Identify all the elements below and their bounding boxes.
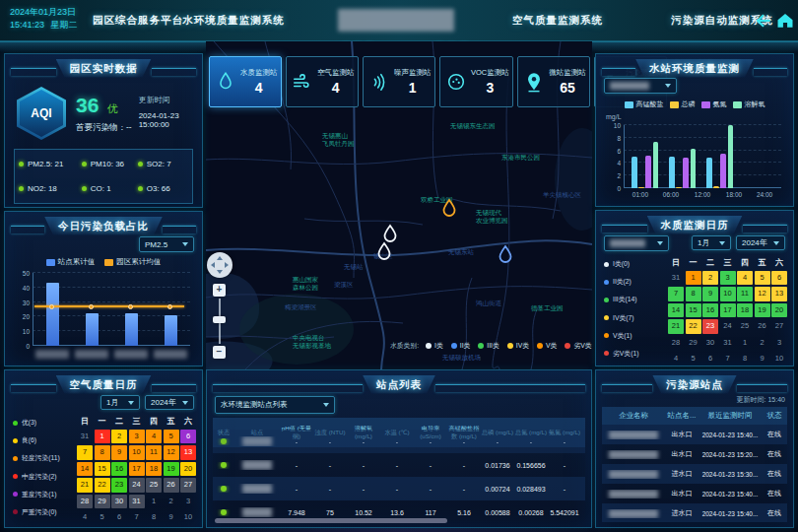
calendar-day[interactable]: 28 (77, 495, 93, 509)
calendar-day[interactable]: 2 (164, 495, 179, 509)
calendar-day[interactable]: 31 (668, 271, 684, 286)
calendar-day[interactable]: 29 (686, 336, 701, 351)
source-row[interactable]: 出水口2024-01-23 15:20...在线 (602, 444, 787, 464)
calendar-day[interactable]: 10 (771, 352, 787, 366)
source-row[interactable]: 进水口2024-01-23 15:30...在线 (602, 464, 787, 484)
calendar-day[interactable]: 4 (668, 352, 684, 366)
calendar-day[interactable]: 2 (755, 336, 770, 351)
calendar-day[interactable]: 2 (111, 430, 127, 444)
calendar-day[interactable]: 17 (720, 303, 736, 318)
legend-item[interactable]: 氨氮 (701, 100, 727, 109)
calendar-day[interactable]: 16 (702, 303, 718, 318)
calendar-day[interactable]: 25 (146, 478, 162, 493)
table-row[interactable]: ------0.017360.156656-- (213, 453, 585, 477)
source-row[interactable]: 进水口2024-01-23 15:40...在线 (602, 503, 787, 522)
calendar-day[interactable]: 1 (95, 430, 110, 444)
station-list-select[interactable]: 水环境监测站点列表 (215, 396, 335, 414)
calendar-day[interactable]: 12 (164, 445, 179, 460)
calendar-day[interactable]: 23 (702, 319, 718, 334)
water-station-select[interactable] (604, 78, 677, 94)
legend-item[interactable]: 总磷 (670, 100, 696, 109)
calendar-day[interactable]: 3 (720, 271, 736, 286)
calendar-day[interactable]: 9 (164, 510, 179, 525)
calendar-day[interactable]: 31 (77, 430, 93, 444)
calendar-day[interactable]: 3 (129, 430, 145, 444)
calendar-day[interactable]: 1 (146, 495, 162, 509)
legend-item[interactable]: 站点累计值 (46, 257, 96, 267)
calendar-day[interactable]: 18 (146, 462, 162, 477)
year-select[interactable]: 2024年 (145, 395, 194, 410)
calendar-day[interactable]: 26 (755, 319, 770, 334)
calendar-day[interactable]: 8 (737, 352, 753, 366)
calendar-day[interactable]: 10 (720, 287, 736, 301)
nav-air-system[interactable]: 空气质量监测系统 (499, 14, 617, 28)
map-legend-item[interactable]: 劣V类 (565, 341, 591, 351)
calendar-day[interactable]: 18 (737, 303, 753, 318)
source-row[interactable]: 出水口2024-01-23 15:40...在线 (602, 425, 787, 444)
calendar-day[interactable]: 1 (686, 271, 701, 286)
station-filter-button[interactable]: 微站监测站65 (517, 56, 590, 107)
source-row[interactable]: 出水口2024-01-23 15:40...在线 (602, 484, 787, 503)
month-select[interactable]: 1月 (692, 235, 731, 250)
calendar-day[interactable]: 30 (111, 495, 127, 509)
pollutant-select[interactable]: PM2.5 (139, 236, 194, 252)
calendar-day[interactable]: 22 (686, 319, 701, 334)
map-zoom-out-button[interactable]: − (213, 346, 226, 359)
calendar-day[interactable]: 5 (164, 430, 179, 444)
back-arrow-icon[interactable] (754, 11, 773, 31)
calendar-day[interactable]: 28 (668, 336, 684, 351)
table-row[interactable]: 7.9487510.5213.61175.160.005880.002685.5… (213, 500, 585, 520)
calendar-day[interactable]: 24 (129, 478, 145, 493)
map-zoom-in-button[interactable]: + (213, 284, 226, 297)
calendar-day[interactable]: 8 (146, 510, 162, 525)
calendar-day[interactable]: 24 (720, 319, 736, 334)
calendar-day[interactable]: 2 (702, 271, 718, 286)
calendar-day[interactable]: 7 (77, 445, 93, 460)
station-filter-button[interactable]: 水质监测站4 (209, 56, 282, 107)
map-zoom-slider[interactable] (213, 316, 226, 323)
calendar-day[interactable]: 10 (129, 445, 145, 460)
horizontal-scrollbar[interactable] (215, 518, 447, 523)
calendar-day[interactable]: 27 (180, 478, 196, 493)
calendar-day[interactable]: 7 (129, 510, 145, 525)
calendar-day[interactable]: 4 (77, 510, 93, 525)
table-row[interactable]: ------0.007240.028493-- (213, 477, 585, 500)
calendar-day[interactable]: 15 (686, 303, 701, 318)
station-filter-button[interactable]: 噪声监测站1 (363, 56, 435, 107)
calendar-day[interactable]: 17 (129, 462, 145, 477)
calendar-day[interactable]: 13 (771, 287, 787, 301)
calendar-day[interactable]: 6 (111, 510, 127, 525)
calendar-day[interactable]: 30 (702, 336, 718, 351)
calendar-day[interactable]: 31 (129, 495, 145, 509)
calendar-day[interactable]: 15 (95, 462, 110, 477)
calendar-day[interactable]: 5 (95, 510, 110, 525)
calendar-station-select[interactable] (604, 235, 669, 251)
calendar-day[interactable]: 12 (755, 287, 770, 301)
table-row[interactable]: ---------- (213, 430, 585, 453)
calendar-day[interactable]: 23 (111, 478, 127, 493)
calendar-day[interactable]: 13 (180, 445, 196, 460)
legend-item[interactable]: 溶解氧 (733, 100, 765, 109)
calendar-day[interactable]: 11 (146, 445, 162, 460)
station-filter-button[interactable]: 空气监测站4 (286, 56, 359, 107)
calendar-day[interactable]: 7 (668, 287, 684, 301)
calendar-day[interactable]: 16 (111, 462, 127, 477)
calendar-day[interactable]: 29 (95, 495, 110, 509)
calendar-day[interactable]: 8 (95, 445, 110, 460)
calendar-day[interactable]: 8 (686, 287, 701, 301)
calendar-day[interactable]: 21 (668, 319, 684, 334)
calendar-day[interactable]: 14 (77, 462, 93, 477)
calendar-day[interactable]: 4 (737, 271, 753, 286)
calendar-day[interactable]: 10 (180, 510, 196, 525)
calendar-day[interactable]: 25 (737, 319, 753, 334)
map-legend-item[interactable]: V类 (537, 341, 557, 351)
legend-item[interactable]: 高锰酸盐 (625, 100, 664, 109)
calendar-day[interactable]: 27 (771, 319, 787, 334)
month-select[interactable]: 1月 (100, 395, 140, 410)
calendar-day[interactable]: 20 (771, 303, 787, 318)
calendar-day[interactable]: 7 (720, 352, 736, 366)
nav-water-system[interactable]: 水环境质量监测系统 (174, 14, 293, 28)
calendar-day[interactable]: 11 (737, 287, 753, 301)
calendar-day[interactable]: 19 (755, 303, 770, 318)
map-pan-control[interactable] (207, 252, 233, 278)
